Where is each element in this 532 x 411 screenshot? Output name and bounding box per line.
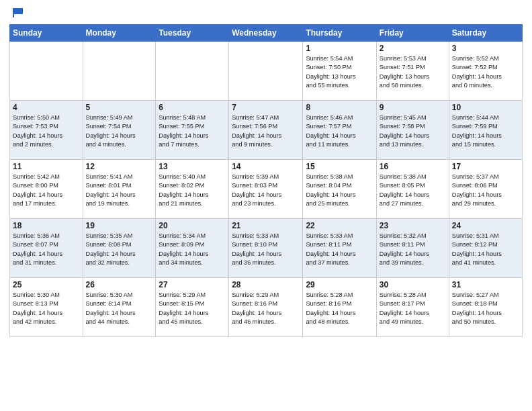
day-number: 24 xyxy=(452,221,519,230)
day-info: Sunrise: 5:30 AMSunset: 8:14 PMDaylight:… xyxy=(86,291,153,326)
day-number: 20 xyxy=(159,221,226,230)
day-number: 31 xyxy=(452,280,519,289)
day-info: Sunrise: 5:37 AMSunset: 8:06 PMDaylight:… xyxy=(452,173,519,208)
day-info: Sunrise: 5:38 AMSunset: 8:05 PMDaylight:… xyxy=(380,173,446,208)
day-number: 6 xyxy=(159,103,226,112)
calendar-cell: 28Sunrise: 5:29 AMSunset: 8:16 PMDayligh… xyxy=(229,278,303,337)
day-number: 22 xyxy=(306,221,373,230)
header-day-sunday: Sunday xyxy=(10,25,83,42)
day-number: 9 xyxy=(380,103,446,112)
calendar-cell: 30Sunrise: 5:28 AMSunset: 8:17 PMDayligh… xyxy=(376,278,449,337)
day-info: Sunrise: 5:39 AMSunset: 8:03 PMDaylight:… xyxy=(232,173,300,208)
day-number: 14 xyxy=(232,162,300,171)
day-number: 21 xyxy=(232,221,300,230)
day-number: 11 xyxy=(13,162,80,171)
calendar-cell: 3Sunrise: 5:52 AMSunset: 7:52 PMDaylight… xyxy=(449,42,522,101)
calendar-table: SundayMondayTuesdayWednesdayThursdayFrid… xyxy=(9,24,523,337)
day-info: Sunrise: 5:44 AMSunset: 7:59 PMDaylight:… xyxy=(452,113,519,149)
calendar-cell: 21Sunrise: 5:33 AMSunset: 8:10 PMDayligh… xyxy=(229,219,303,278)
calendar-cell: 13Sunrise: 5:40 AMSunset: 8:02 PMDayligh… xyxy=(156,160,229,219)
day-number: 3 xyxy=(452,44,519,53)
header-day-saturday: Saturday xyxy=(449,25,522,42)
day-info: Sunrise: 5:28 AMSunset: 8:16 PMDaylight:… xyxy=(306,291,373,326)
day-info: Sunrise: 5:31 AMSunset: 8:12 PMDaylight:… xyxy=(452,232,519,267)
calendar-cell: 26Sunrise: 5:30 AMSunset: 8:14 PMDayligh… xyxy=(83,278,156,337)
day-info: Sunrise: 5:47 AMSunset: 7:56 PMDaylight:… xyxy=(232,113,300,149)
day-number: 2 xyxy=(380,44,446,53)
header-day-friday: Friday xyxy=(376,25,449,42)
day-info: Sunrise: 5:33 AMSunset: 8:11 PMDaylight:… xyxy=(306,232,373,267)
calendar-cell: 8Sunrise: 5:46 AMSunset: 7:57 PMDaylight… xyxy=(303,101,376,160)
calendar-cell: 10Sunrise: 5:44 AMSunset: 7:59 PMDayligh… xyxy=(449,101,522,160)
day-info: Sunrise: 5:33 AMSunset: 8:10 PMDaylight:… xyxy=(232,232,300,267)
day-info: Sunrise: 5:45 AMSunset: 7:58 PMDaylight:… xyxy=(380,113,446,149)
calendar-cell xyxy=(156,42,229,101)
calendar-week-4: 18Sunrise: 5:36 AMSunset: 8:07 PMDayligh… xyxy=(10,219,523,278)
day-info: Sunrise: 5:52 AMSunset: 7:52 PMDaylight:… xyxy=(452,54,519,90)
day-number: 23 xyxy=(380,221,446,230)
day-info: Sunrise: 5:36 AMSunset: 8:07 PMDaylight:… xyxy=(13,232,80,267)
day-info: Sunrise: 5:40 AMSunset: 8:02 PMDaylight:… xyxy=(159,173,226,208)
day-number: 26 xyxy=(86,280,153,289)
header-day-tuesday: Tuesday xyxy=(156,25,229,42)
day-info: Sunrise: 5:29 AMSunset: 8:16 PMDaylight:… xyxy=(232,291,300,326)
calendar-cell: 19Sunrise: 5:35 AMSunset: 8:08 PMDayligh… xyxy=(83,219,156,278)
day-number: 5 xyxy=(86,103,153,112)
calendar-cell: 7Sunrise: 5:47 AMSunset: 7:56 PMDaylight… xyxy=(229,101,303,160)
day-info: Sunrise: 5:27 AMSunset: 8:18 PMDaylight:… xyxy=(452,291,519,326)
day-info: Sunrise: 5:32 AMSunset: 8:11 PMDaylight:… xyxy=(380,232,446,267)
day-info: Sunrise: 5:29 AMSunset: 8:15 PMDaylight:… xyxy=(159,291,226,326)
day-number: 28 xyxy=(232,280,300,289)
calendar-cell: 2Sunrise: 5:53 AMSunset: 7:51 PMDaylight… xyxy=(376,42,449,101)
calendar-cell: 25Sunrise: 5:30 AMSunset: 8:13 PMDayligh… xyxy=(10,278,83,337)
day-info: Sunrise: 5:42 AMSunset: 8:00 PMDaylight:… xyxy=(13,173,80,208)
calendar-cell: 4Sunrise: 5:50 AMSunset: 7:53 PMDaylight… xyxy=(10,101,83,160)
day-info: Sunrise: 5:41 AMSunset: 8:01 PMDaylight:… xyxy=(86,173,153,208)
day-number: 12 xyxy=(86,162,153,171)
day-number: 19 xyxy=(86,221,153,230)
day-info: Sunrise: 5:49 AMSunset: 7:54 PMDaylight:… xyxy=(86,113,153,149)
calendar-week-5: 25Sunrise: 5:30 AMSunset: 8:13 PMDayligh… xyxy=(10,278,523,337)
calendar-cell: 1Sunrise: 5:54 AMSunset: 7:50 PMDaylight… xyxy=(303,42,376,101)
calendar-cell: 11Sunrise: 5:42 AMSunset: 8:00 PMDayligh… xyxy=(10,160,83,219)
day-number: 4 xyxy=(13,103,80,112)
calendar-cell: 20Sunrise: 5:34 AMSunset: 8:09 PMDayligh… xyxy=(156,219,229,278)
svg-marker-0 xyxy=(13,8,23,14)
calendar-week-3: 11Sunrise: 5:42 AMSunset: 8:00 PMDayligh… xyxy=(10,160,523,219)
day-info: Sunrise: 5:35 AMSunset: 8:08 PMDaylight:… xyxy=(86,232,153,267)
day-number: 13 xyxy=(159,162,226,171)
calendar-cell: 31Sunrise: 5:27 AMSunset: 8:18 PMDayligh… xyxy=(449,278,522,337)
day-number: 8 xyxy=(306,103,373,112)
day-number: 16 xyxy=(380,162,446,171)
logo xyxy=(9,7,26,20)
calendar-cell: 6Sunrise: 5:48 AMSunset: 7:55 PMDaylight… xyxy=(156,101,229,160)
day-number: 29 xyxy=(306,280,373,289)
day-number: 7 xyxy=(232,103,300,112)
day-number: 25 xyxy=(13,280,80,289)
day-info: Sunrise: 5:34 AMSunset: 8:09 PMDaylight:… xyxy=(159,232,226,267)
day-info: Sunrise: 5:28 AMSunset: 8:17 PMDaylight:… xyxy=(380,291,446,326)
day-info: Sunrise: 5:53 AMSunset: 7:51 PMDaylight:… xyxy=(380,54,446,90)
calendar-cell: 17Sunrise: 5:37 AMSunset: 8:06 PMDayligh… xyxy=(449,160,522,219)
header-day-monday: Monday xyxy=(83,25,156,42)
day-number: 30 xyxy=(380,280,446,289)
day-number: 15 xyxy=(306,162,373,171)
calendar-cell xyxy=(83,42,156,101)
calendar-cell: 14Sunrise: 5:39 AMSunset: 8:03 PMDayligh… xyxy=(229,160,303,219)
calendar-cell: 23Sunrise: 5:32 AMSunset: 8:11 PMDayligh… xyxy=(376,219,449,278)
calendar-week-1: 1Sunrise: 5:54 AMSunset: 7:50 PMDaylight… xyxy=(10,42,523,101)
day-info: Sunrise: 5:46 AMSunset: 7:57 PMDaylight:… xyxy=(306,113,373,149)
calendar-cell: 24Sunrise: 5:31 AMSunset: 8:12 PMDayligh… xyxy=(449,219,522,278)
page: SundayMondayTuesdayWednesdayThursdayFrid… xyxy=(0,0,532,411)
day-info: Sunrise: 5:48 AMSunset: 7:55 PMDaylight:… xyxy=(159,113,226,149)
calendar-week-2: 4Sunrise: 5:50 AMSunset: 7:53 PMDaylight… xyxy=(10,101,523,160)
calendar-cell: 5Sunrise: 5:49 AMSunset: 7:54 PMDaylight… xyxy=(83,101,156,160)
calendar-cell: 9Sunrise: 5:45 AMSunset: 7:58 PMDaylight… xyxy=(376,101,449,160)
day-info: Sunrise: 5:30 AMSunset: 8:13 PMDaylight:… xyxy=(13,291,80,326)
calendar-cell: 29Sunrise: 5:28 AMSunset: 8:16 PMDayligh… xyxy=(303,278,376,337)
day-number: 1 xyxy=(306,44,373,53)
day-info: Sunrise: 5:50 AMSunset: 7:53 PMDaylight:… xyxy=(13,113,80,149)
calendar-cell: 16Sunrise: 5:38 AMSunset: 8:05 PMDayligh… xyxy=(376,160,449,219)
calendar-cell: 15Sunrise: 5:38 AMSunset: 8:04 PMDayligh… xyxy=(303,160,376,219)
calendar-cell: 22Sunrise: 5:33 AMSunset: 8:11 PMDayligh… xyxy=(303,219,376,278)
